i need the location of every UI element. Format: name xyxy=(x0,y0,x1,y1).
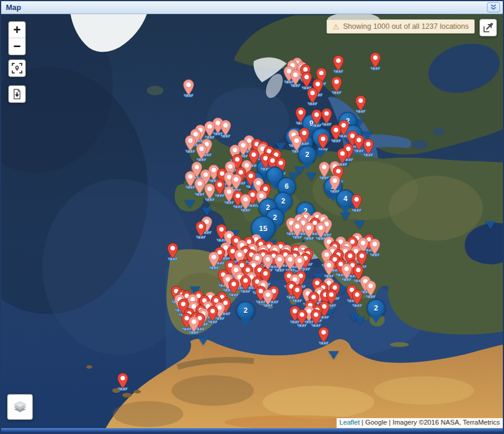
marker-tail-triangle[interactable] xyxy=(354,221,365,229)
marker-tail-triangle[interactable] xyxy=(198,337,209,345)
chevron-double-down-icon xyxy=(490,4,497,11)
attribution-separator: | xyxy=(359,419,365,426)
cluster-marker[interactable]: 2 xyxy=(367,299,385,318)
pin-marker-red[interactable] xyxy=(354,95,368,113)
pin-marker-salmon[interactable] xyxy=(261,289,275,308)
pin-marker-red[interactable] xyxy=(310,109,324,128)
pin-marker-red[interactable] xyxy=(329,124,343,143)
leaflet-link[interactable]: Leaflet xyxy=(340,419,360,426)
pin-marker-salmon[interactable] xyxy=(187,316,201,335)
map-attribution: Leaflet | Google | Imagery ©2016 NASA, T… xyxy=(337,418,503,428)
layers-button[interactable] xyxy=(7,394,33,420)
markers-layer: 9222322662422221522 xyxy=(1,14,503,428)
window-bottom-border xyxy=(1,428,503,433)
zoom-control: + − xyxy=(8,21,26,55)
google-attribution: Google xyxy=(365,419,387,426)
pin-marker-red[interactable] xyxy=(330,76,344,95)
cluster-marker[interactable]: 2 xyxy=(236,301,255,320)
map-viewport[interactable]: 9222322662422221522 + − ⚠ Showing 1 xyxy=(1,14,503,428)
pin-marker-salmon[interactable] xyxy=(238,193,253,212)
pin-marker-red[interactable] xyxy=(316,133,330,152)
open-in-window-icon xyxy=(483,22,493,33)
collapse-panel-button[interactable] xyxy=(487,2,500,12)
pin-marker-red[interactable] xyxy=(368,52,382,71)
pin-marker-red[interactable] xyxy=(116,372,130,391)
file-download-icon xyxy=(12,89,22,99)
marker-tail-triangle[interactable] xyxy=(355,316,365,325)
pin-marker-red[interactable] xyxy=(194,221,208,239)
page-title: Map xyxy=(6,3,21,12)
zoom-out-label: − xyxy=(14,40,21,53)
pin-marker-salmon[interactable] xyxy=(219,119,233,138)
panel-header: Map xyxy=(1,1,503,14)
pin-marker-salmon[interactable] xyxy=(368,238,382,257)
pin-marker-red[interactable] xyxy=(331,55,345,74)
pin-marker-red[interactable] xyxy=(309,309,323,328)
map-panel-window: Map xyxy=(0,0,504,434)
cluster-marker[interactable]: 2 xyxy=(298,145,317,164)
locations-warning-banner: ⚠ Showing 1000 out of all 1237 locations xyxy=(327,19,475,34)
pin-marker-salmon[interactable] xyxy=(322,259,336,278)
warning-text: Showing 1000 out of all 1237 locations xyxy=(343,22,469,31)
marker-tail-triangle[interactable] xyxy=(201,208,212,216)
warning-triangle-icon: ⚠ xyxy=(332,23,340,31)
pin-marker-salmon[interactable] xyxy=(182,79,196,98)
fit-bounds-button[interactable] xyxy=(8,59,26,77)
marker-tail-triangle[interactable] xyxy=(306,172,317,181)
marker-tail-triangle[interactable] xyxy=(184,200,195,208)
marker-tail-triangle[interactable] xyxy=(340,212,351,221)
pin-marker-salmon[interactable] xyxy=(364,280,378,299)
fit-bounds-pin-icon xyxy=(12,63,22,74)
attribution-separator: | xyxy=(387,419,392,426)
pin-marker-red[interactable] xyxy=(295,309,309,328)
zoom-in-label: + xyxy=(14,24,21,36)
export-button[interactable] xyxy=(8,85,26,103)
zoom-in-button[interactable]: + xyxy=(9,22,25,38)
pin-marker-salmon[interactable] xyxy=(203,183,217,202)
pin-marker-red[interactable] xyxy=(305,87,320,106)
zoom-out-button[interactable]: − xyxy=(9,38,25,55)
marker-tail-triangle[interactable] xyxy=(328,351,339,359)
pin-marker-salmon[interactable] xyxy=(207,251,221,270)
pin-marker-red[interactable] xyxy=(350,193,364,212)
pin-marker-red[interactable] xyxy=(166,242,180,261)
expand-map-button[interactable] xyxy=(479,19,497,36)
imagery-attribution: Imagery ©2016 NASA, TerraMetrics xyxy=(392,419,500,426)
pin-marker-red[interactable] xyxy=(361,138,375,157)
layers-icon xyxy=(12,399,28,415)
marker-tail-triangle[interactable] xyxy=(485,221,496,229)
pin-marker-red[interactable] xyxy=(350,289,364,308)
pin-marker-red[interactable] xyxy=(317,326,331,345)
pin-marker-salmon[interactable] xyxy=(194,143,209,162)
